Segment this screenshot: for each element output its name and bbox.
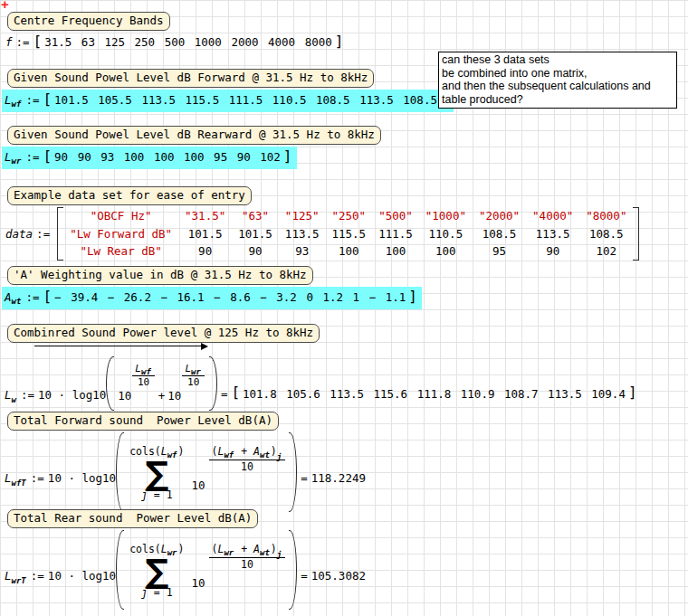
matrix-number-cell: 100 <box>419 242 473 261</box>
variable-name: L <box>5 150 12 164</box>
math-region-f-vector[interactable]: f:=[31.5 63 125 250 500 1000 2000 4000 8… <box>5 33 343 51</box>
math-region-lwft-formula[interactable]: LwfT:=10 · log10 cols(Lwf) ∑ j = 1 10 (L… <box>5 432 366 512</box>
exponent-fraction: (Lwr + Awt)j 10 <box>209 544 286 571</box>
text-region-total-forward-label[interactable]: Total Forward sound Power Level dB(A) <box>7 412 279 431</box>
exponent-fraction: (Lwf + Awt)j 10 <box>209 446 286 473</box>
matrix-number-cell: 100 <box>372 242 419 261</box>
math-region-lw-formula[interactable]: Lw:=10 · log10 10Lwf10 + 10Lwr10 =[101.8… <box>5 342 637 411</box>
text-region-rearward-label[interactable]: Given Sound Powel Level dB Rearward @ 31… <box>7 126 381 145</box>
matrix-string-cell: "63" <box>232 207 279 225</box>
matrix-number-cell: 93 <box>279 242 326 261</box>
big-paren-right <box>209 356 217 411</box>
matrix-number-cell: 108.5 <box>473 225 526 243</box>
power-block: 10 (Lwf + Awt)j 10 <box>191 460 285 487</box>
variable-name: L <box>5 93 12 107</box>
variable-subscript: wr <box>12 156 22 166</box>
matrix-number-cell: 101.5 <box>232 225 279 243</box>
matrix-number-cell: 90 <box>178 242 232 261</box>
matrix-string-cell: "OBCF Hz" <box>63 207 178 225</box>
matrix-number-cell: 101.5 <box>178 225 232 243</box>
math-region-lwrt-formula[interactable]: LwrT:=10 · log10 cols(Lwr) ∑ j = 1 10 (L… <box>5 530 366 610</box>
matrix-string-cell: "8000" <box>579 207 633 225</box>
formula-lhs: Lw:=10 · log10 <box>5 388 106 411</box>
exponent-fraction: Lwr10 <box>182 364 204 388</box>
note-line: and then the subsequent calculations and <box>442 80 674 93</box>
formula-result: =105.3082 <box>297 569 366 610</box>
plus-operator: + <box>158 389 166 403</box>
math-region-lwr-vector[interactable]: Lwr:=[90 90 93 100 100 100 95 90 102] <box>2 147 297 169</box>
matrix-number-cell: 113.5 <box>279 225 326 243</box>
matrix-string-cell: "500" <box>372 207 419 225</box>
power-base: 10 <box>191 479 205 492</box>
matrix-number-cell: 113.5 <box>526 225 579 243</box>
variable-subscript: wf <box>12 100 22 109</box>
matrix-string-cell: "4000" <box>526 207 579 225</box>
matrix-string-cell: "Lw Forward dB" <box>63 225 178 243</box>
open-bracket: [ <box>33 33 43 50</box>
text-region-aweight-label[interactable]: 'A' Weighting value in dB @ 31.5 Hz to 8… <box>7 266 313 285</box>
note-line: table produced? <box>442 93 674 107</box>
big-paren-left <box>116 530 124 610</box>
exponent-fraction: Lwf10 <box>132 364 154 388</box>
open-bracket: [ <box>43 90 52 108</box>
assign-operator: := <box>25 93 39 107</box>
power-base: 10 <box>118 389 131 403</box>
matrix-string-cell: "125" <box>279 207 326 225</box>
text-region-example-label[interactable]: Example data set for ease of entry <box>7 186 252 205</box>
text-region-combined-label[interactable]: Combinred Sound Power level @ 125 Hz to … <box>7 324 320 343</box>
vector-values: 101.5 105.5 113.5 115.5 111.5 110.5 108.… <box>54 93 437 107</box>
matrix-string-cell: "Lw Rear dB" <box>63 242 178 261</box>
power-block: 10 (Lwr + Awt)j 10 <box>191 557 285 584</box>
vector-values: 90 90 93 100 100 100 95 90 102 <box>54 150 281 164</box>
big-paren-right <box>289 530 297 610</box>
text-region-centre-frequency-bands[interactable]: Centre Frequency Bands <box>7 12 170 31</box>
math-region-lwf-vector[interactable]: Lwf:=[101.5 105.5 113.5 115.5 111.5 110.… <box>2 90 454 112</box>
text-region-forward-label[interactable]: Given Sound Powel Level dB Forward @ 31.… <box>7 69 374 88</box>
summation-block: cols(Lwr) ∑ j = 1 <box>129 544 184 599</box>
matrix-row: "Lw Rear dB"9090931001001009590102 <box>63 242 633 261</box>
close-bracket: ] <box>408 288 417 305</box>
open-bracket: [ <box>43 147 52 165</box>
power-base: 10 <box>167 389 181 403</box>
sigma-icon: ∑ <box>145 556 168 587</box>
matrix-left-bracket <box>57 207 63 261</box>
close-bracket: ] <box>283 147 292 165</box>
matrix-number-cell: 102 <box>579 242 633 261</box>
variable-subscript: wt <box>12 297 22 306</box>
formula-result: =[101.8 105.6 113.5 115.6 111.8 110.9 10… <box>217 384 637 411</box>
power-base: 10 <box>191 576 205 590</box>
matrix-row: "Lw Forward dB"101.5101.5113.5115.5111.5… <box>63 225 633 243</box>
variable-name: A <box>5 290 12 304</box>
annotation-note[interactable]: can these 3 data sets be combined into o… <box>438 52 677 109</box>
formula-lhs: LwrT:=10 · log10 <box>5 569 116 610</box>
math-region-awt-vector[interactable]: Awt:=[− 39.4 − 26.2 − 16.1 − 8.6 − 3.2 0… <box>2 287 422 309</box>
matrix-number-cell: 95 <box>473 242 526 261</box>
matrix-string-cell: "2000" <box>473 207 526 225</box>
open-bracket: [ <box>43 288 52 305</box>
matrix-number-cell: 115.5 <box>326 225 373 243</box>
sigma-icon: ∑ <box>145 459 168 489</box>
matrix-string-cell: "1000" <box>419 207 473 225</box>
matrix-row: "OBCF Hz""31.5""63""125""250""500""1000"… <box>63 207 633 225</box>
matrix-number-cell: 90 <box>232 242 279 261</box>
matrix-number-cell: 110.5 <box>419 225 473 243</box>
math-region-data-matrix[interactable]: data:="OBCF Hz""31.5""63""125""250""500"… <box>5 207 639 261</box>
matrix-right-bracket <box>633 207 639 261</box>
formula-result: =118.2249 <box>297 471 366 512</box>
assign-operator: := <box>25 290 39 304</box>
mathcad-worksheet: { "sym": { "op": "(", "cp": ")", "ob": "… <box>0 0 688 616</box>
insertion-crosshair-icon: + <box>1 0 9 12</box>
matrix-number-cell: 108.5 <box>579 225 633 243</box>
text-region-total-rear-label[interactable]: Total Rear sound Power Level dB(A) <box>7 509 258 528</box>
paren-content: cols(Lwf) ∑ j = 1 10 (Lwf + Awt)j 10 <box>124 434 289 512</box>
matrix-string-cell: "250" <box>326 207 373 225</box>
variable-name: data <box>5 227 33 241</box>
note-line: can these 3 data sets <box>442 53 674 67</box>
note-line: be combined into one matrix, <box>442 67 674 81</box>
big-paren-left <box>116 432 124 512</box>
vectorize-arrow-icon <box>34 346 206 346</box>
summation-block: cols(Lwf) ∑ j = 1 <box>129 446 184 501</box>
paren-content: cols(Lwr) ∑ j = 1 10 (Lwr + Awt)j 10 <box>124 532 289 610</box>
assign-operator: := <box>36 227 50 241</box>
assign-operator: := <box>16 35 30 49</box>
